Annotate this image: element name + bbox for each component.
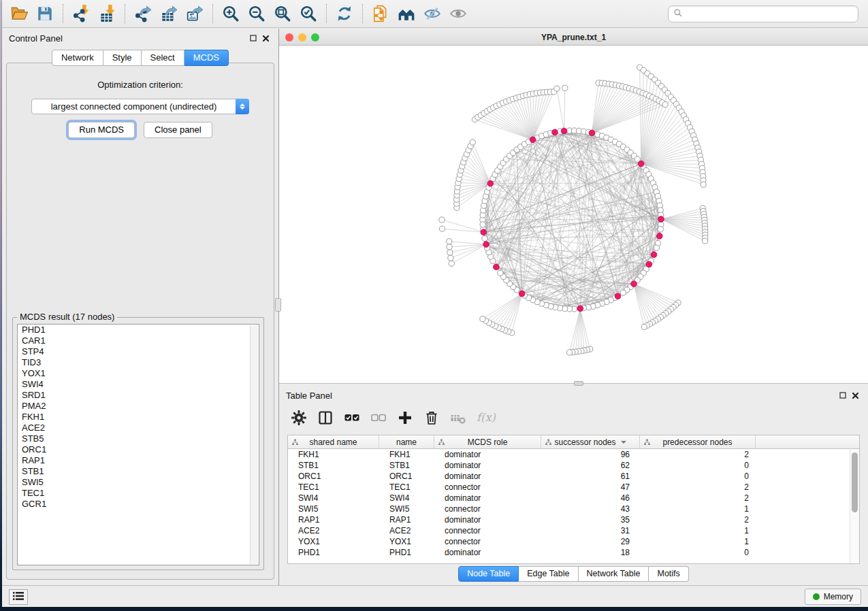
close-table-panel-icon[interactable] (849, 390, 861, 401)
mcds-result-item[interactable]: STB5 (18, 433, 259, 444)
mcds-hub-node[interactable] (494, 264, 500, 270)
float-panel-icon[interactable] (247, 33, 259, 44)
show-graphics-details-button[interactable] (445, 3, 471, 24)
delete-columns-button[interactable] (421, 408, 442, 429)
new-network-from-selection-button[interactable] (368, 3, 393, 24)
zoom-in-button[interactable] (218, 3, 244, 24)
network-node[interactable] (703, 238, 708, 244)
column-header-successor-nodes[interactable]: successor nodes (541, 435, 640, 448)
mcds-result-item[interactable]: FKH1 (18, 412, 259, 423)
optimization-criterion-select[interactable]: largest connected component (undirected) (31, 99, 249, 114)
horizontal-splitter-grip[interactable] (574, 381, 583, 386)
network-node[interactable] (641, 324, 647, 329)
mcds-hub-node[interactable] (615, 293, 621, 299)
mcds-result-item[interactable]: CAR1 (18, 335, 259, 346)
mcds-hub-node[interactable] (519, 291, 525, 297)
zoom-fit-button[interactable] (270, 3, 295, 24)
task-history-button[interactable] (9, 589, 28, 605)
search-input[interactable] (683, 7, 858, 21)
network-node[interactable] (439, 217, 445, 222)
mcds-hub-node[interactable] (577, 306, 583, 312)
network-node[interactable] (448, 255, 453, 261)
run-mcds-button[interactable]: Run MCDS (68, 122, 135, 138)
column-header-shared-name[interactable]: shared name (288, 435, 379, 448)
deselect-all-rows-button[interactable] (368, 408, 389, 429)
toggle-columns-button[interactable] (315, 408, 336, 429)
table-tab-edge-table[interactable]: Edge Table (519, 566, 578, 582)
mcds-hub-node[interactable] (487, 180, 494, 186)
network-node[interactable] (480, 316, 485, 322)
table-scrollbar-thumb[interactable] (852, 452, 858, 512)
network-node[interactable] (447, 239, 452, 244)
export-network-button[interactable] (130, 3, 156, 24)
close-panel-icon[interactable] (259, 33, 272, 44)
list-scrollbar[interactable] (250, 325, 258, 564)
network-node[interactable] (480, 222, 485, 227)
mcds-result-item[interactable]: SWI5 (18, 477, 259, 488)
add-column-button[interactable] (395, 408, 415, 429)
mcds-result-item[interactable]: SWI4 (18, 379, 259, 390)
window-zoom-button[interactable] (311, 33, 319, 42)
tab-style[interactable]: Style (103, 50, 142, 66)
network-node[interactable] (620, 290, 626, 295)
tab-select[interactable]: Select (142, 50, 184, 66)
mcds-hub-node[interactable] (646, 261, 652, 267)
mcds-result-item[interactable]: TEC1 (18, 488, 259, 499)
mcds-result-item[interactable]: RAP1 (18, 455, 259, 466)
column-header-predecessor-nodes[interactable]: predecessor nodes (640, 435, 756, 448)
select-all-rows-button[interactable] (342, 408, 362, 429)
network-titlebar[interactable]: YPA_prune.txt_1 (279, 30, 868, 46)
zoom-out-button[interactable] (244, 3, 270, 24)
network-node[interactable] (554, 86, 560, 91)
table-row[interactable]: TEC1TEC1connector472 (288, 482, 859, 493)
table-row[interactable]: ORC1ORC1dominator610 (288, 471, 859, 482)
table-row[interactable]: STB1STB1dominator620 (288, 460, 859, 471)
table-row[interactable]: PHD1PHD1dominator180 (288, 547, 859, 558)
mcds-hub-node[interactable] (651, 252, 657, 258)
export-image-button[interactable] (182, 3, 208, 24)
mcds-hub-node[interactable] (658, 216, 664, 222)
mcds-result-item[interactable]: ACE2 (18, 423, 259, 433)
network-node[interactable] (470, 139, 475, 145)
table-tab-network-table[interactable]: Network Table (579, 566, 649, 582)
network-node[interactable] (498, 270, 503, 276)
close-panel-button[interactable]: Close panel (144, 122, 212, 138)
mcds-result-list[interactable]: PHD1CAR1STP4TID3YOX1SWI4SRD1PMA2FKH1ACE2… (17, 324, 259, 565)
tab-mcds[interactable]: MCDS (184, 50, 229, 66)
table-row[interactable]: SWI4SWI4dominator462 (288, 493, 859, 503)
float-table-panel-icon[interactable] (837, 390, 849, 401)
mcds-result-item[interactable]: SRD1 (18, 390, 259, 401)
window-minimize-button[interactable] (298, 33, 306, 42)
mcds-hub-node[interactable] (631, 281, 637, 287)
network-canvas[interactable] (279, 46, 868, 383)
mcds-result-item[interactable]: STB1 (18, 466, 259, 477)
table-scrollbar[interactable] (850, 450, 859, 563)
table-row[interactable]: YOX1YOX1connector291 (288, 536, 859, 547)
network-node[interactable] (662, 102, 668, 108)
save-session-button[interactable] (32, 3, 58, 24)
export-table-button[interactable] (156, 3, 182, 24)
mcds-result-item[interactable]: ORC1 (18, 444, 259, 455)
mcds-hub-node[interactable] (530, 137, 536, 143)
import-table-button[interactable] (94, 3, 120, 24)
table-settings-gear-button[interactable] (289, 408, 309, 429)
network-node[interactable] (449, 261, 454, 266)
binoculars-button[interactable] (393, 3, 419, 24)
vertical-splitter-grip[interactable] (275, 298, 281, 312)
tab-network[interactable]: Network (52, 50, 103, 66)
network-node[interactable] (447, 250, 453, 255)
mcds-result-item[interactable]: YOX1 (18, 368, 259, 379)
mcds-result-item[interactable]: STP4 (18, 346, 259, 357)
mcds-result-item[interactable]: PHD1 (18, 325, 259, 335)
mcds-hub-node[interactable] (483, 242, 489, 248)
table-row[interactable]: ACE2ACE2connector311 (288, 525, 859, 536)
hide-graphics-details-button[interactable] (419, 3, 445, 24)
mcds-result-item[interactable]: TID3 (18, 357, 259, 368)
column-header-name[interactable]: name (379, 435, 434, 448)
window-close-button[interactable] (285, 33, 293, 42)
network-node[interactable] (658, 227, 663, 232)
network-node[interactable] (562, 85, 568, 90)
table-row[interactable]: RAP1RAP1dominator352 (288, 514, 859, 525)
network-node[interactable] (567, 350, 573, 355)
network-node[interactable] (482, 236, 487, 242)
